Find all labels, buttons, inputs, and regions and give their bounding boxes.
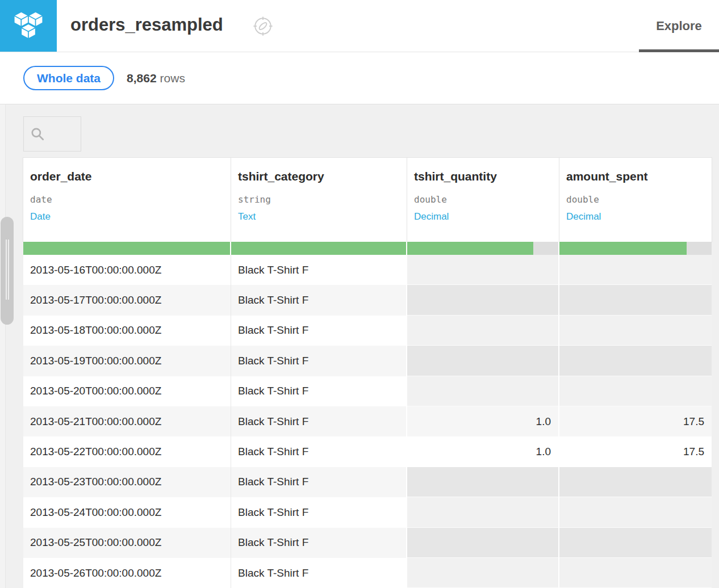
data-table: order_datedateDatetshirt_categorystringT…: [23, 158, 712, 588]
left-panel-strip: [0, 104, 6, 588]
row-count-value: 8,862: [127, 72, 157, 85]
cell-tshirt_quantity[interactable]: [407, 528, 559, 558]
table-row: 2013-05-21T00:00:00.000ZBlack T-Shirt F1…: [23, 406, 712, 436]
column-storage-type: date: [30, 194, 231, 205]
column-header-order_date[interactable]: order_datedateDate: [23, 158, 231, 242]
cell-tshirt_category[interactable]: Black T-Shirt F: [231, 376, 407, 406]
column-meaning-link[interactable]: Date: [30, 211, 231, 222]
cell-tshirt_category[interactable]: Black T-Shirt F: [231, 558, 407, 588]
row-count: 8,862rows: [127, 72, 185, 85]
sampling-bar: Whole data 8,862rows: [0, 52, 719, 104]
column-name: order_date: [30, 170, 231, 183]
cell-order_date[interactable]: 2013-05-19T00:00:00.000Z: [23, 346, 231, 376]
cell-amount_spent[interactable]: 17.5: [559, 406, 712, 436]
cell-amount_spent[interactable]: [559, 528, 712, 558]
column-name: amount_spent: [566, 170, 712, 183]
cell-tshirt_quantity[interactable]: 1.0: [407, 406, 559, 436]
cell-amount_spent[interactable]: [559, 285, 712, 315]
cell-order_date[interactable]: 2013-05-23T00:00:00.000Z: [23, 467, 231, 497]
column-meaning-link[interactable]: Decimal: [566, 211, 712, 222]
cell-amount_spent[interactable]: [559, 497, 712, 527]
cell-tshirt_category[interactable]: Black T-Shirt F: [231, 528, 407, 558]
column-validity-bar: [407, 242, 559, 255]
cell-order_date[interactable]: 2013-05-17T00:00:00.000Z: [23, 285, 231, 315]
column-validity-bar: [23, 242, 231, 255]
cell-amount_spent[interactable]: 17.5: [559, 436, 712, 467]
column-name: tshirt_quantity: [414, 170, 559, 183]
cell-tshirt_quantity[interactable]: 1.0: [407, 436, 559, 467]
table-row: 2013-05-22T00:00:00.000ZBlack T-Shirt F1…: [23, 436, 712, 467]
cell-tshirt_quantity[interactable]: [407, 346, 559, 376]
column-validity-bar: [231, 242, 407, 255]
column-validity-bar: [559, 242, 712, 255]
active-tab-underline: [639, 49, 719, 52]
header-bar: orders_resampled Explore: [0, 0, 719, 52]
column-meaning-link[interactable]: Decimal: [414, 211, 559, 222]
cell-tshirt_quantity[interactable]: [407, 255, 559, 285]
whole-data-button[interactable]: Whole data: [23, 66, 114, 90]
column-validity-fill: [23, 242, 230, 255]
search-icon: [30, 127, 45, 141]
column-header-tshirt_quantity[interactable]: tshirt_quantitydoubleDecimal: [407, 158, 559, 242]
table-row: 2013-05-18T00:00:00.000ZBlack T-Shirt F: [23, 316, 712, 346]
column-fill-bar-row: [23, 242, 712, 255]
cell-tshirt_category[interactable]: Black T-Shirt F: [231, 285, 407, 315]
cell-tshirt_category[interactable]: Black T-Shirt F: [231, 316, 407, 346]
cell-order_date[interactable]: 2013-05-26T00:00:00.000Z: [23, 558, 231, 588]
column-name: tshirt_category: [238, 170, 407, 183]
column-storage-type: double: [414, 194, 559, 205]
cell-tshirt_quantity[interactable]: [407, 316, 559, 346]
table-row: 2013-05-20T00:00:00.000ZBlack T-Shirt F: [23, 376, 712, 406]
column-header-amount_spent[interactable]: amount_spentdoubleDecimal: [559, 158, 712, 242]
app-window: orders_resampled Explore Whole data 8,86…: [0, 0, 719, 588]
handle-grip-line: [6, 240, 7, 300]
column-header-tshirt_category[interactable]: tshirt_categorystringText: [231, 158, 407, 242]
cell-amount_spent[interactable]: [559, 376, 712, 406]
cell-tshirt_category[interactable]: Black T-Shirt F: [231, 467, 407, 497]
tab-explore[interactable]: Explore: [639, 0, 719, 52]
cell-tshirt_category[interactable]: Black T-Shirt F: [231, 255, 407, 285]
column-validity-fill: [231, 242, 406, 255]
cell-tshirt_quantity[interactable]: [407, 467, 559, 497]
cell-order_date[interactable]: 2013-05-25T00:00:00.000Z: [23, 528, 231, 558]
cell-amount_spent[interactable]: [559, 316, 712, 346]
cell-order_date[interactable]: 2013-05-18T00:00:00.000Z: [23, 316, 231, 346]
cell-amount_spent[interactable]: [559, 558, 712, 588]
cell-tshirt_category[interactable]: Black T-Shirt F: [231, 436, 407, 467]
cell-tshirt_quantity[interactable]: [407, 558, 559, 588]
column-validity-fill: [407, 242, 533, 255]
table-row: 2013-05-23T00:00:00.000ZBlack T-Shirt F: [23, 467, 712, 497]
cell-order_date[interactable]: 2013-05-24T00:00:00.000Z: [23, 497, 231, 527]
compass-icon[interactable]: [252, 15, 274, 37]
column-validity-fill: [559, 242, 687, 255]
cubes-glyph: [11, 9, 46, 44]
table-row: 2013-05-16T00:00:00.000ZBlack T-Shirt F: [23, 255, 712, 285]
cell-tshirt_category[interactable]: Black T-Shirt F: [231, 497, 407, 527]
table-header-row: order_datedateDatetshirt_categorystringT…: [23, 158, 712, 242]
cell-order_date[interactable]: 2013-05-20T00:00:00.000Z: [23, 376, 231, 406]
cell-amount_spent[interactable]: [559, 467, 712, 497]
cell-order_date[interactable]: 2013-05-22T00:00:00.000Z: [23, 436, 231, 467]
cell-amount_spent[interactable]: [559, 346, 712, 376]
table-body: 2013-05-16T00:00:00.000ZBlack T-Shirt F2…: [23, 255, 712, 588]
cell-tshirt_category[interactable]: Black T-Shirt F: [231, 346, 407, 376]
search-input[interactable]: [45, 128, 77, 141]
cell-tshirt_category[interactable]: Black T-Shirt F: [231, 406, 407, 436]
table-row: 2013-05-26T00:00:00.000ZBlack T-Shirt F: [23, 558, 712, 588]
left-panel-handle[interactable]: [1, 217, 14, 325]
column-storage-type: double: [566, 194, 712, 205]
cell-order_date[interactable]: 2013-05-16T00:00:00.000Z: [23, 255, 231, 285]
column-meaning-link[interactable]: Text: [238, 211, 407, 222]
handle-grip-line: [8, 240, 9, 300]
column-storage-type: string: [238, 194, 407, 205]
cell-tshirt_quantity[interactable]: [407, 285, 559, 315]
table-search-box[interactable]: [23, 116, 81, 152]
cell-tshirt_quantity[interactable]: [407, 497, 559, 527]
cell-tshirt_quantity[interactable]: [407, 376, 559, 406]
page-title: orders_resampled: [70, 15, 223, 35]
dataset-cubes-icon: [0, 0, 57, 52]
table-row: 2013-05-24T00:00:00.000ZBlack T-Shirt F: [23, 497, 712, 527]
table-row: 2013-05-17T00:00:00.000ZBlack T-Shirt F: [23, 285, 712, 315]
cell-amount_spent[interactable]: [559, 255, 712, 285]
cell-order_date[interactable]: 2013-05-21T00:00:00.000Z: [23, 406, 231, 436]
